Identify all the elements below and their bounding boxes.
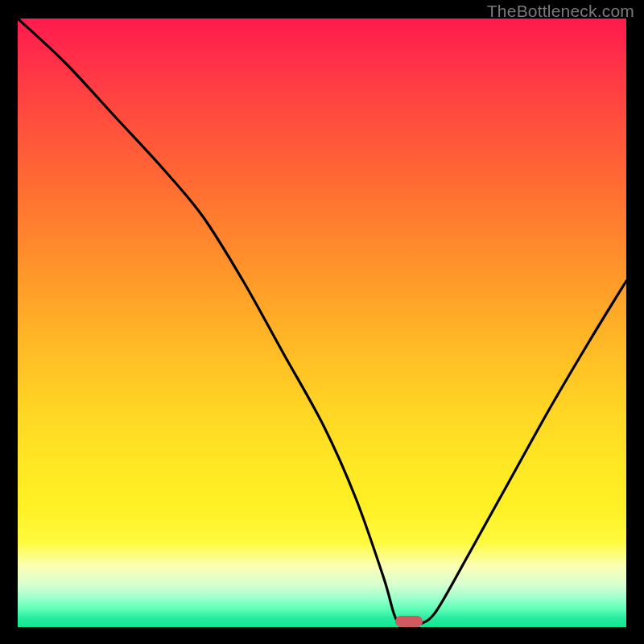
plot-area — [18, 19, 626, 627]
bottleneck-curve-svg — [18, 19, 626, 627]
bottleneck-curve-path — [18, 19, 626, 625]
optimal-point-marker — [395, 616, 423, 627]
chart-frame: TheBottleneck.com — [0, 0, 644, 644]
